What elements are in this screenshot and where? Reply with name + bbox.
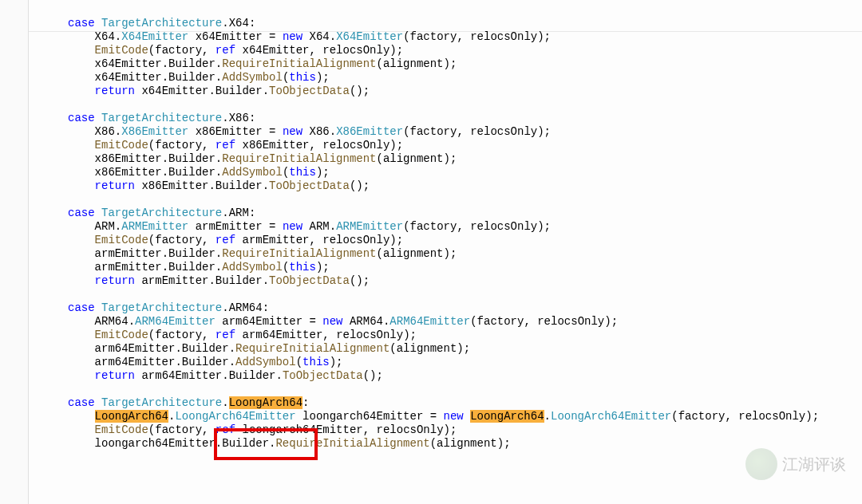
blank-line — [68, 383, 74, 396]
code-line: X86.X86Emitter x86Emitter = new X86.X86E… — [68, 125, 551, 138]
code-line: loongarch64Emitter.Builder.RequireInitia… — [68, 437, 511, 450]
code-line: case TargetArchitecture.ARM: — [68, 207, 255, 219]
code-line: arm64Emitter.Builder.RequireInitialAlign… — [68, 342, 470, 355]
code-editor[interactable]: case TargetArchitecture.X64: X64.X64Emit… — [0, 0, 862, 451]
code-line: EmitCode(factory, ref x86Emitter, relocs… — [68, 139, 403, 152]
code-line: arm64Emitter.Builder.AddSymbol(this); — [68, 356, 343, 368]
blank-line — [68, 98, 74, 111]
watermark: 江湖评谈 — [745, 448, 846, 480]
search-highlight: LoongArch64 — [229, 396, 302, 409]
code-line: EmitCode(factory, ref x64Emitter, relocs… — [68, 44, 403, 57]
code-line: return arm64Emitter.Builder.ToObjectData… — [68, 369, 383, 382]
code-line: case TargetArchitecture.ARM64: — [68, 301, 269, 314]
code-line: EmitCode(factory, ref armEmitter, relocs… — [68, 234, 403, 246]
code-line: LoongArch64.LoongArch64Emitter loongarch… — [68, 410, 819, 423]
code-line: return armEmitter.Builder.ToObjectData()… — [68, 274, 370, 287]
watermark-text: 江湖评谈 — [782, 454, 846, 475]
code-line: return x86Emitter.Builder.ToObjectData()… — [68, 179, 370, 192]
code-line: ARM64.ARM64Emitter arm64Emitter = new AR… — [68, 315, 618, 328]
code-line: return x64Emitter.Builder.ToObjectData()… — [68, 85, 370, 97]
search-highlight: LoongArch64 — [95, 410, 168, 423]
search-highlight: LoongArch64 — [470, 410, 544, 423]
code-line: x64Emitter.Builder.AddSymbol(this); — [68, 71, 330, 84]
watermark-icon — [745, 448, 777, 480]
blank-line — [68, 288, 74, 301]
code-line: x64Emitter.Builder.RequireInitialAlignme… — [68, 57, 457, 70]
code-line: X64.X64Emitter x64Emitter = new X64.X64E… — [68, 30, 551, 43]
code-line: x86Emitter.Builder.AddSymbol(this); — [68, 166, 330, 179]
code-line: armEmitter.Builder.RequireInitialAlignme… — [68, 247, 457, 260]
code-line: armEmitter.Builder.AddSymbol(this); — [68, 261, 330, 274]
code-line: EmitCode(factory, ref loongarch64Emitter… — [68, 423, 457, 436]
code-line: x86Emitter.Builder.RequireInitialAlignme… — [68, 152, 457, 165]
code-line: case TargetArchitecture.X64: — [68, 17, 255, 30]
blank-line — [68, 193, 74, 206]
code-line: EmitCode(factory, ref arm64Emitter, relo… — [68, 329, 417, 341]
code-line: ARM.ARMEmitter armEmitter = new ARM.ARME… — [68, 220, 551, 233]
code-line: case TargetArchitecture.LoongArch64: — [68, 396, 309, 409]
code-line: case TargetArchitecture.X86: — [68, 112, 255, 124]
